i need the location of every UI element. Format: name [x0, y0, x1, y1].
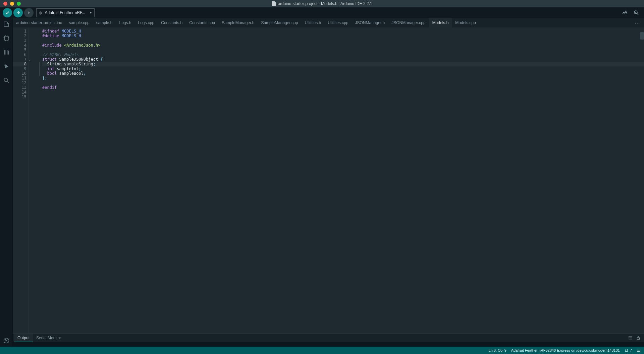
svg-rect-7	[637, 338, 640, 339]
editor-tab[interactable]: Constants.h	[158, 18, 186, 27]
svg-point-1	[635, 12, 636, 13]
window-title: arduino-starter-project - Models.h | Ard…	[278, 1, 372, 6]
editor-tab[interactable]: Constants.cpp	[186, 18, 218, 27]
editor-tab[interactable]: Utilities.h	[301, 18, 324, 27]
play-debug-icon	[26, 10, 31, 15]
code-line[interactable]	[42, 80, 644, 85]
code-line[interactable]	[42, 95, 644, 99]
svg-point-3	[4, 64, 5, 65]
line-number: 6	[13, 52, 26, 57]
sketchbook-icon[interactable]	[2, 20, 10, 28]
line-number: 5	[13, 48, 26, 52]
account-icon[interactable]	[2, 337, 10, 345]
editor-tab[interactable]: sample.cpp	[65, 18, 93, 27]
code-line[interactable]: #include <ArduinoJson.h>	[42, 43, 644, 48]
code-line[interactable]: bool sampleBool;	[42, 71, 644, 76]
bell-icon	[625, 348, 629, 352]
line-number: 14	[13, 90, 26, 95]
line-number: 8	[13, 62, 26, 66]
minimap-scroll-slab[interactable]	[640, 32, 644, 40]
status-board-port[interactable]: Adafruit Feather nRF52840 Express on /de…	[511, 348, 620, 352]
chevron-down-icon: ▾	[90, 11, 92, 14]
window-maximize-button[interactable]	[17, 2, 21, 6]
title-bar: arduino-starter-project - Models.h | Ard…	[0, 0, 644, 7]
upload-button[interactable]	[13, 8, 23, 17]
svg-point-4	[4, 78, 7, 81]
line-number: 3	[13, 38, 26, 43]
editor-tab[interactable]: SampleManager.h	[218, 18, 258, 27]
activity-bar	[0, 18, 13, 347]
code-line[interactable]: #ifndef MODELS_H	[42, 29, 644, 34]
editor-tab[interactable]: Utilities.cpp	[324, 18, 352, 27]
serial-plotter-button[interactable]	[620, 8, 630, 17]
panel-lock-icon[interactable]	[636, 336, 641, 340]
bottom-panel: OutputSerial Monitor	[13, 334, 644, 347]
line-number: 7⌄	[13, 57, 26, 62]
editor-tab[interactable]: JSONManager.h	[352, 18, 388, 27]
panel-tab[interactable]: Serial Monitor	[33, 334, 64, 342]
editor-tab[interactable]: JSONManager.cpp	[388, 18, 429, 27]
code-line[interactable]: #define MODELS_H	[42, 34, 644, 38]
line-number: 10	[13, 71, 26, 76]
editor-tab[interactable]: Models.cpp	[452, 18, 479, 27]
arrow-right-icon	[16, 10, 20, 15]
code-line[interactable]	[42, 48, 644, 52]
plotter-icon	[622, 10, 628, 16]
svg-point-6	[5, 339, 7, 341]
code-line[interactable]: // MARK: Models	[42, 52, 644, 57]
debug-icon[interactable]	[2, 62, 10, 70]
editor-tabs: arduino-starter-project.inosample.cppsam…	[13, 18, 644, 27]
line-number: 2	[13, 34, 26, 38]
indent-guide	[39, 62, 40, 76]
serial-monitor-button[interactable]	[631, 8, 641, 17]
svg-rect-2	[4, 36, 8, 40]
editor-tab[interactable]: Logs.cpp	[135, 18, 158, 27]
boards-manager-icon[interactable]	[2, 34, 10, 42]
status-close-panel[interactable]	[637, 348, 641, 352]
editor-tab[interactable]: sample.h	[93, 18, 116, 27]
window-minimize-button[interactable]	[10, 2, 14, 6]
panel-toggle-icon	[637, 348, 641, 352]
usb-icon: ψ	[39, 10, 42, 15]
line-number: 9	[13, 66, 26, 71]
svg-rect-9	[637, 351, 640, 352]
toolbar: ψ Adafruit Feather nRF... ▾	[0, 7, 644, 18]
editor-tab[interactable]: SampleManager.cpp	[258, 18, 301, 27]
verify-button[interactable]	[3, 8, 12, 17]
status-notifications[interactable]: 7	[625, 348, 632, 352]
line-number: 13	[13, 85, 26, 90]
panel-options-icon[interactable]	[628, 336, 633, 340]
library-manager-icon[interactable]	[2, 48, 10, 56]
board-selector-label: Adafruit Feather nRF...	[45, 10, 86, 15]
check-icon	[5, 10, 10, 15]
line-number: 11	[13, 76, 26, 80]
code-line[interactable]: int sampleInt;	[42, 66, 644, 71]
code-editor[interactable]: 1234567⌄89101112131415 #ifndef MODELS_H#…	[13, 27, 644, 334]
status-cursor-position[interactable]: Ln 8, Col 9	[489, 348, 506, 352]
editor-tabs-more-button[interactable]: ⋯	[631, 18, 644, 27]
code-line[interactable]: String sampleString;	[42, 62, 644, 66]
magnifier-icon	[633, 10, 639, 16]
editor-tab[interactable]: Logs.h	[116, 18, 135, 27]
line-number: 1	[13, 29, 26, 34]
line-number: 12	[13, 80, 26, 85]
window-close-button[interactable]	[3, 2, 7, 6]
line-number: 15	[13, 95, 26, 99]
line-number-gutter: 1234567⌄89101112131415	[13, 27, 29, 334]
search-icon[interactable]	[2, 76, 10, 84]
output-body[interactable]	[13, 342, 644, 347]
status-bar: Ln 8, Col 9 Adafruit Feather nRF52840 Ex…	[0, 347, 644, 354]
code-line[interactable]: };	[42, 76, 644, 80]
board-selector[interactable]: ψ Adafruit Feather nRF... ▾	[36, 8, 95, 17]
code-line[interactable]: struct SampleJSONObject {	[42, 57, 644, 62]
file-icon	[272, 1, 276, 6]
editor-tab[interactable]: arduino-starter-project.ino	[13, 18, 65, 27]
code-line[interactable]	[42, 38, 644, 43]
line-number: 4	[13, 43, 26, 48]
debug-button[interactable]	[24, 8, 34, 17]
code-line[interactable]: #endif	[42, 85, 644, 90]
panel-tab[interactable]: Output	[14, 334, 33, 342]
editor-tab[interactable]: Models.h	[429, 18, 452, 27]
code-line[interactable]	[42, 90, 644, 95]
